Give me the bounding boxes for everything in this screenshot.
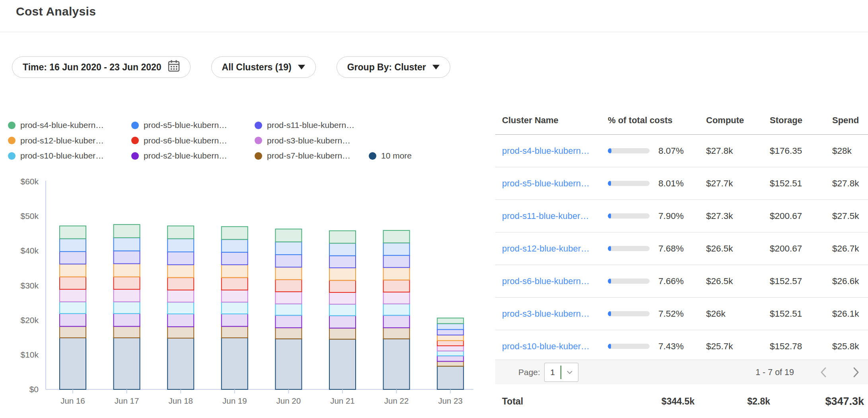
bar-segment[interactable] bbox=[275, 339, 302, 389]
bar-segment[interactable] bbox=[114, 302, 140, 314]
bar-segment[interactable] bbox=[437, 361, 463, 366]
bar-segment[interactable] bbox=[114, 314, 140, 326]
bar-segment[interactable] bbox=[383, 267, 410, 280]
bar-segment[interactable] bbox=[275, 304, 302, 315]
legend-item[interactable]: prod-s7-blue-kubern… bbox=[255, 151, 369, 161]
bar-segment[interactable] bbox=[329, 304, 356, 316]
bar-segment[interactable] bbox=[437, 318, 463, 323]
bar-segment[interactable] bbox=[114, 238, 140, 251]
col-header-compute[interactable]: Compute bbox=[706, 115, 770, 126]
col-header-spend[interactable]: Spend bbox=[832, 115, 868, 126]
bar-segment[interactable] bbox=[437, 341, 463, 346]
bar-segment[interactable] bbox=[114, 277, 140, 289]
bar-segment[interactable] bbox=[114, 224, 140, 238]
bar-segment[interactable] bbox=[383, 304, 410, 315]
legend-item[interactable]: prod-s11-blue-kubern… bbox=[255, 120, 369, 130]
cluster-link[interactable]: prod-s10-blue-kuber… bbox=[502, 341, 608, 352]
bar-segment[interactable] bbox=[222, 314, 248, 326]
bar-segment[interactable] bbox=[114, 338, 140, 389]
bar-segment[interactable] bbox=[60, 264, 86, 277]
cluster-link[interactable]: prod-s6-blue-kubern… bbox=[502, 276, 608, 286]
bar-segment[interactable] bbox=[167, 338, 194, 389]
bar-segment[interactable] bbox=[383, 243, 410, 255]
legend-item[interactable]: prod-s12-blue-kuber… bbox=[8, 136, 131, 145]
bar-segment[interactable] bbox=[167, 290, 194, 302]
bar-segment[interactable] bbox=[383, 328, 410, 339]
bar-segment[interactable] bbox=[383, 280, 410, 292]
legend-item[interactable]: 10 more bbox=[369, 151, 412, 161]
bar-segment[interactable] bbox=[437, 366, 463, 389]
page-select[interactable]: 1 bbox=[544, 363, 578, 382]
legend-item[interactable]: prod-s3-blue-kubern… bbox=[255, 136, 369, 145]
bar-segment[interactable] bbox=[222, 240, 248, 252]
bar-segment[interactable] bbox=[329, 292, 356, 304]
bar-segment[interactable] bbox=[167, 277, 194, 290]
bar-segment[interactable] bbox=[329, 328, 356, 339]
bar-segment[interactable] bbox=[275, 328, 302, 339]
bar-segment[interactable] bbox=[329, 315, 356, 328]
bar-segment[interactable] bbox=[275, 255, 302, 267]
bar-segment[interactable] bbox=[167, 239, 194, 252]
bar-segment[interactable] bbox=[275, 315, 302, 327]
bar-segment[interactable] bbox=[437, 323, 463, 329]
bar-segment[interactable] bbox=[167, 252, 194, 265]
bar-segment[interactable] bbox=[60, 314, 86, 326]
bar-segment[interactable] bbox=[222, 226, 248, 239]
legend-item[interactable]: prod-s5-blue-kubern… bbox=[131, 120, 255, 130]
bar-segment[interactable] bbox=[167, 314, 194, 327]
bar-segment[interactable] bbox=[383, 255, 410, 268]
group-by-dropdown[interactable]: Group By: Cluster bbox=[337, 56, 450, 78]
bar-segment[interactable] bbox=[437, 351, 463, 356]
bar-segment[interactable] bbox=[167, 302, 194, 314]
bar-segment[interactable] bbox=[114, 289, 140, 302]
prev-page-button[interactable] bbox=[817, 364, 830, 380]
bar-segment[interactable] bbox=[437, 346, 463, 351]
cluster-link[interactable]: prod-s11-blue-kuber… bbox=[502, 211, 608, 221]
bar-segment[interactable] bbox=[275, 267, 302, 279]
bar-segment[interactable] bbox=[222, 277, 248, 290]
bar-segment[interactable] bbox=[383, 339, 410, 389]
bar-segment[interactable] bbox=[329, 268, 356, 280]
bar-segment[interactable] bbox=[60, 226, 86, 239]
bar-segment[interactable] bbox=[329, 256, 356, 268]
bar-segment[interactable] bbox=[222, 290, 248, 302]
bar-segment[interactable] bbox=[437, 329, 463, 335]
cluster-link[interactable]: prod-s5-blue-kubern… bbox=[502, 178, 608, 189]
bar-segment[interactable] bbox=[167, 226, 194, 239]
bar-segment[interactable] bbox=[114, 264, 140, 277]
bar-segment[interactable] bbox=[383, 292, 410, 304]
bar-segment[interactable] bbox=[329, 280, 356, 292]
cluster-link[interactable]: prod-s12-blue-kuber… bbox=[502, 244, 608, 254]
bar-segment[interactable] bbox=[329, 231, 356, 243]
bar-segment[interactable] bbox=[329, 243, 356, 255]
bar-segment[interactable] bbox=[275, 280, 302, 292]
cluster-link[interactable]: prod-s3-blue-kubern… bbox=[502, 309, 608, 319]
col-header-pct-total-costs[interactable]: % of total costs bbox=[608, 115, 706, 126]
next-page-button[interactable] bbox=[849, 364, 863, 380]
bar-segment[interactable] bbox=[275, 229, 302, 242]
bar-segment[interactable] bbox=[60, 277, 86, 289]
bar-segment[interactable] bbox=[60, 326, 86, 338]
bar-segment[interactable] bbox=[60, 338, 86, 389]
bar-segment[interactable] bbox=[222, 338, 248, 389]
bar-segment[interactable] bbox=[167, 265, 194, 277]
time-range-filter[interactable]: Time: 16 Jun 2020 - 23 Jun 2020 bbox=[12, 56, 191, 78]
clusters-filter-dropdown[interactable]: All Clusters (19) bbox=[211, 56, 316, 78]
col-header-cluster-name[interactable]: Cluster Name bbox=[502, 115, 608, 126]
bar-segment[interactable] bbox=[222, 265, 248, 277]
bar-segment[interactable] bbox=[222, 302, 248, 314]
bar-segment[interactable] bbox=[383, 315, 410, 327]
cluster-link[interactable]: prod-s4-blue-kubern… bbox=[502, 146, 608, 156]
bar-segment[interactable] bbox=[383, 230, 410, 243]
legend-item[interactable]: prod-s2-blue-kubern… bbox=[131, 151, 255, 161]
bar-segment[interactable] bbox=[275, 242, 302, 255]
bar-segment[interactable] bbox=[437, 335, 463, 341]
bar-segment[interactable] bbox=[167, 327, 194, 338]
bar-segment[interactable] bbox=[60, 302, 86, 314]
bar-segment[interactable] bbox=[60, 289, 86, 302]
bar-segment[interactable] bbox=[437, 356, 463, 361]
bar-segment[interactable] bbox=[275, 292, 302, 304]
bar-segment[interactable] bbox=[60, 239, 86, 252]
legend-item[interactable]: prod-s10-blue-kuber… bbox=[8, 151, 131, 161]
bar-segment[interactable] bbox=[222, 252, 248, 265]
